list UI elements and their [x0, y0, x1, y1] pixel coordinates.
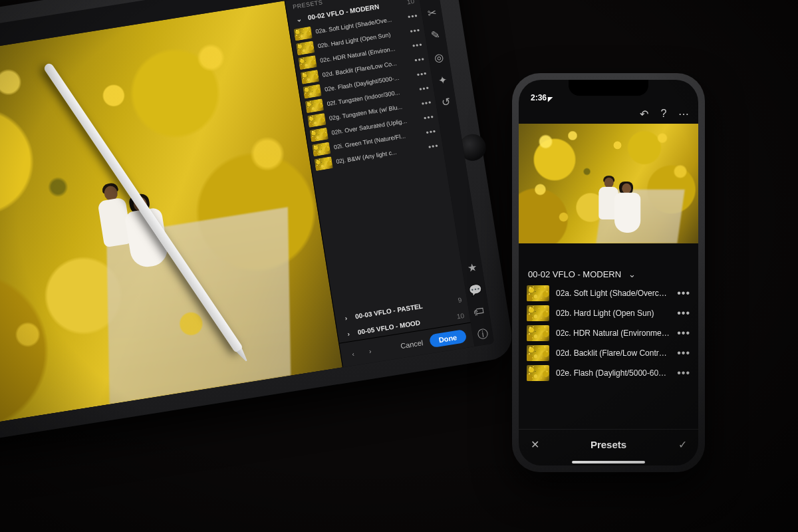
more-icon[interactable]: •••: [677, 347, 690, 359]
comment-icon[interactable]: 💬: [469, 284, 481, 296]
done-button[interactable]: Done: [428, 329, 467, 348]
more-icon[interactable]: •••: [416, 68, 428, 79]
group-count: 10: [406, 0, 415, 5]
group-label: 00-02 VFLO - MODERN: [528, 269, 621, 279]
more-icon[interactable]: •••: [428, 141, 440, 152]
phone-footer: ✕ Presets ✓: [519, 429, 698, 459]
more-icon[interactable]: •••: [677, 287, 690, 299]
preset-row[interactable]: 02b. Hard Light (Open Sun)•••: [519, 303, 698, 323]
preset-row[interactable]: 02d. Backlit (Flare/Low Contrast)•••: [519, 343, 698, 363]
chevron-right-icon: ›: [340, 312, 352, 324]
more-icon[interactable]: •••: [407, 11, 419, 21]
more-icon[interactable]: •••: [409, 25, 421, 36]
location-icon: ◤: [548, 96, 553, 102]
tablet-device: ‹ Apr 13 ↶ ↷ ? ⇪ ☁ ⋯: [0, 0, 515, 450]
status-time: 2:36: [531, 93, 547, 102]
crop-icon[interactable]: ✂: [426, 7, 438, 19]
preset-row[interactable]: 02a. Soft Light (Shade/Overcast)•••: [519, 283, 698, 303]
preset-label: 02b. Hard Light (Open Sun): [556, 309, 670, 318]
heal-icon[interactable]: ✦: [436, 74, 448, 86]
phone-notch: [569, 80, 648, 96]
history-icon[interactable]: ↺: [440, 96, 452, 108]
footer-title: Presets: [540, 439, 677, 450]
more-icon[interactable]: •••: [426, 126, 438, 137]
help-icon[interactable]: ?: [658, 108, 669, 119]
info-icon[interactable]: ⓘ: [477, 329, 489, 340]
close-icon[interactable]: ✕: [529, 439, 540, 450]
more-icon[interactable]: •••: [677, 327, 690, 339]
preset-label: 02e. Flash (Daylight/5000-6000K): [556, 368, 670, 378]
phone-photo-canvas[interactable]: [519, 124, 698, 243]
preset-label: 02d. Backlit (Flare/Low Contrast): [556, 348, 670, 358]
group-count: 9: [458, 296, 462, 304]
prev-icon[interactable]: ‹: [347, 348, 359, 360]
cancel-button[interactable]: Cancel: [400, 338, 424, 350]
more-icon[interactable]: •••: [418, 83, 430, 94]
more-icon[interactable]: ⋯: [678, 108, 689, 119]
preset-label: 02a. Soft Light (Shade/Overcast): [556, 289, 670, 298]
edit-icon[interactable]: ✎: [429, 29, 441, 41]
preset-row[interactable]: 02e. Flash (Daylight/5000-6000K)•••: [519, 363, 698, 383]
phone-screen: 2:36 ◤ ↶ ? ⋯ 00-02 VFLO - MODERN ⌄: [519, 80, 698, 466]
phone-preset-group[interactable]: 00-02 VFLO - MODERN ⌄: [519, 265, 698, 283]
more-icon[interactable]: •••: [412, 40, 424, 51]
phone-toolbar: ↶ ? ⋯: [519, 104, 698, 124]
more-icon[interactable]: •••: [414, 54, 426, 65]
undo-icon[interactable]: ↶: [638, 108, 649, 119]
group-count: 10: [456, 311, 465, 320]
phone-device: 2:36 ◤ ↶ ? ⋯ 00-02 VFLO - MODERN ⌄: [512, 73, 705, 472]
chevron-down-icon: ⌄: [293, 13, 305, 25]
tag-icon[interactable]: 🏷: [473, 306, 485, 318]
more-icon[interactable]: •••: [421, 98, 433, 108]
confirm-icon[interactable]: ✓: [677, 439, 688, 450]
chevron-down-icon: ⌄: [626, 269, 637, 279]
home-indicator[interactable]: [519, 459, 698, 466]
more-icon[interactable]: •••: [677, 307, 690, 319]
star-icon[interactable]: ★: [466, 261, 478, 273]
chevron-right-icon: ›: [342, 327, 354, 339]
more-icon[interactable]: •••: [677, 367, 690, 379]
preset-row[interactable]: 02c. HDR Natural (Environmental)•••: [519, 323, 698, 343]
next-icon[interactable]: ›: [364, 345, 376, 357]
more-icon[interactable]: •••: [423, 112, 435, 122]
adjust-icon[interactable]: ◎: [433, 51, 445, 63]
preset-label: 02c. HDR Natural (Environmental): [556, 329, 670, 338]
